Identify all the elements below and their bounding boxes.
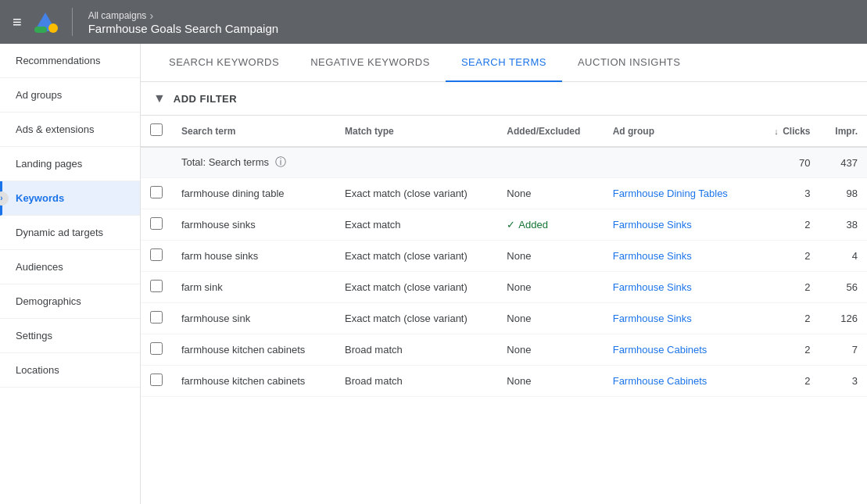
total-added-cell bbox=[497, 147, 603, 178]
sidebar-item-keywords[interactable]: › Keywords bbox=[0, 181, 140, 216]
th-clicks-label: Clicks bbox=[783, 126, 810, 137]
sidebar-item-dynamic-ad-targets[interactable]: Dynamic ad targets bbox=[0, 216, 140, 250]
none-label: None bbox=[507, 313, 531, 324]
th-search-term: Search term bbox=[172, 116, 335, 147]
row-ad-group: Farmhouse Sinks bbox=[604, 209, 757, 241]
sidebar-item-ads-extensions[interactable]: Ads & extensions bbox=[0, 113, 140, 147]
row-search-term: farmhouse kitchen cabinets bbox=[172, 366, 335, 397]
sidebar-item-demographics[interactable]: Demographics bbox=[0, 284, 140, 319]
sidebar-label-keywords: Keywords bbox=[16, 192, 64, 204]
sidebar: Recommendations Ad groups Ads & extensio… bbox=[0, 44, 141, 504]
total-info-icon[interactable]: ⓘ bbox=[275, 155, 286, 168]
row-impr: 56 bbox=[820, 272, 867, 303]
sidebar-item-recommendations[interactable]: Recommendations bbox=[0, 44, 140, 78]
total-checkbox-cell bbox=[141, 147, 172, 178]
row-added-excluded: None bbox=[497, 366, 603, 397]
th-clicks[interactable]: ↓ Clicks bbox=[757, 116, 820, 147]
table-row: farm sink Exact match (close variant) No… bbox=[141, 272, 867, 303]
sidebar-item-locations[interactable]: Locations bbox=[0, 353, 140, 388]
row-checkbox-0[interactable] bbox=[150, 186, 163, 198]
content-area: Search Keywords Negative Keywords Search… bbox=[141, 44, 867, 504]
total-adgroup-cell bbox=[604, 147, 757, 178]
row-checkbox-2[interactable] bbox=[150, 248, 163, 261]
table-container: Search term Match type Added/Excluded Ad… bbox=[141, 116, 867, 504]
add-filter-button[interactable]: ADD FILTER bbox=[174, 93, 237, 105]
sidebar-expand-arrow[interactable]: › bbox=[0, 191, 9, 206]
row-match-type: Broad match bbox=[335, 334, 497, 366]
all-campaigns-link[interactable]: All campaigns bbox=[88, 10, 147, 21]
main-layout: Recommendations Ad groups Ads & extensio… bbox=[0, 44, 867, 504]
row-impr: 126 bbox=[820, 303, 867, 334]
ad-group-link[interactable]: Farmhouse Sinks bbox=[613, 219, 692, 231]
row-ad-group: Farmhouse Sinks bbox=[604, 303, 757, 334]
row-match-type: Exact match (close variant) bbox=[335, 303, 497, 334]
row-impr: 7 bbox=[820, 334, 867, 366]
select-all-checkbox[interactable] bbox=[150, 123, 163, 136]
svg-rect-2 bbox=[34, 27, 47, 33]
row-search-term: farm sink bbox=[172, 272, 335, 303]
row-search-term: farmhouse sink bbox=[172, 303, 335, 334]
table-row: farm house sinks Exact match (close vari… bbox=[141, 241, 867, 272]
ad-group-link[interactable]: Farmhouse Sinks bbox=[613, 313, 692, 324]
total-label-cell: Total: Search terms ⓘ bbox=[172, 147, 335, 178]
row-checkbox-4[interactable] bbox=[150, 311, 163, 323]
total-impr-cell: 437 bbox=[820, 147, 867, 178]
row-checkbox-cell bbox=[141, 334, 172, 366]
table-row: farmhouse kitchen cabinets Broad match N… bbox=[141, 334, 867, 366]
tab-bar: Search Keywords Negative Keywords Search… bbox=[141, 44, 867, 82]
ad-group-link[interactable]: Farmhouse Cabinets bbox=[613, 344, 708, 356]
row-added-excluded: None bbox=[497, 334, 603, 366]
table-row: farmhouse sink Exact match (close varian… bbox=[141, 303, 867, 334]
campaign-path: All campaigns › bbox=[88, 9, 278, 22]
ad-group-link[interactable]: Farmhouse Sinks bbox=[613, 250, 692, 262]
row-match-type: Exact match (close variant) bbox=[335, 241, 497, 272]
row-checkbox-6[interactable] bbox=[150, 374, 163, 386]
sidebar-item-landing-pages[interactable]: Landing pages bbox=[0, 147, 140, 181]
row-added-excluded: None bbox=[497, 303, 603, 334]
total-row: Total: Search terms ⓘ 70 437 bbox=[141, 147, 867, 178]
row-ad-group: Farmhouse Cabinets bbox=[604, 366, 757, 397]
table-header: Search term Match type Added/Excluded Ad… bbox=[141, 116, 867, 147]
row-ad-group: Farmhouse Dining Tables bbox=[604, 178, 757, 209]
tab-search-terms[interactable]: Search Terms bbox=[446, 44, 562, 82]
ad-group-link[interactable]: Farmhouse Dining Tables bbox=[613, 188, 728, 199]
ad-group-link[interactable]: Farmhouse Cabinets bbox=[613, 375, 708, 387]
sidebar-item-ad-groups[interactable]: Ad groups bbox=[0, 78, 140, 113]
sidebar-item-settings[interactable]: Settings bbox=[0, 319, 140, 353]
sidebar-label-demographics: Demographics bbox=[16, 295, 81, 307]
ad-group-link[interactable]: Farmhouse Sinks bbox=[613, 281, 692, 293]
filter-bar: ▼ ADD FILTER bbox=[141, 82, 867, 116]
row-added-excluded: ✓ Added bbox=[497, 209, 603, 241]
row-ad-group: Farmhouse Cabinets bbox=[604, 334, 757, 366]
tab-auction-insights[interactable]: Auction Insights bbox=[562, 44, 697, 82]
row-match-type: Exact match bbox=[335, 209, 497, 241]
none-label: None bbox=[507, 250, 531, 262]
row-clicks: 3 bbox=[757, 178, 820, 209]
tab-negative-keywords[interactable]: Negative Keywords bbox=[295, 44, 446, 82]
table-body: Total: Search terms ⓘ 70 437 farmhouse d… bbox=[141, 147, 867, 397]
campaign-name: Farmhouse Goals Search Campaign bbox=[88, 22, 278, 35]
row-checkbox-cell bbox=[141, 241, 172, 272]
none-label: None bbox=[507, 375, 531, 387]
row-clicks: 2 bbox=[757, 209, 820, 241]
row-added-excluded: None bbox=[497, 178, 603, 209]
menu-icon[interactable]: ≡ bbox=[13, 13, 22, 31]
row-checkbox-1[interactable] bbox=[150, 217, 163, 230]
none-label: None bbox=[507, 281, 531, 293]
topbar: ≡ All campaigns › Farmhouse Goals Search… bbox=[0, 0, 867, 44]
none-label: None bbox=[507, 344, 531, 356]
row-checkbox-3[interactable] bbox=[150, 280, 163, 292]
th-match-type: Match type bbox=[335, 116, 497, 147]
row-checkbox-cell bbox=[141, 303, 172, 334]
th-checkbox bbox=[141, 116, 172, 147]
row-checkbox-cell bbox=[141, 209, 172, 241]
topbar-title: All campaigns › Farmhouse Goals Search C… bbox=[88, 9, 278, 35]
sidebar-item-audiences[interactable]: Audiences bbox=[0, 250, 140, 284]
row-match-type: Exact match (close variant) bbox=[335, 178, 497, 209]
row-match-type: Broad match bbox=[335, 366, 497, 397]
row-checkbox-5[interactable] bbox=[150, 342, 163, 355]
row-search-term: farmhouse kitchen cabinets bbox=[172, 334, 335, 366]
row-impr: 98 bbox=[820, 178, 867, 209]
row-search-term: farmhouse dining table bbox=[172, 178, 335, 209]
tab-search-keywords[interactable]: Search Keywords bbox=[153, 44, 295, 82]
